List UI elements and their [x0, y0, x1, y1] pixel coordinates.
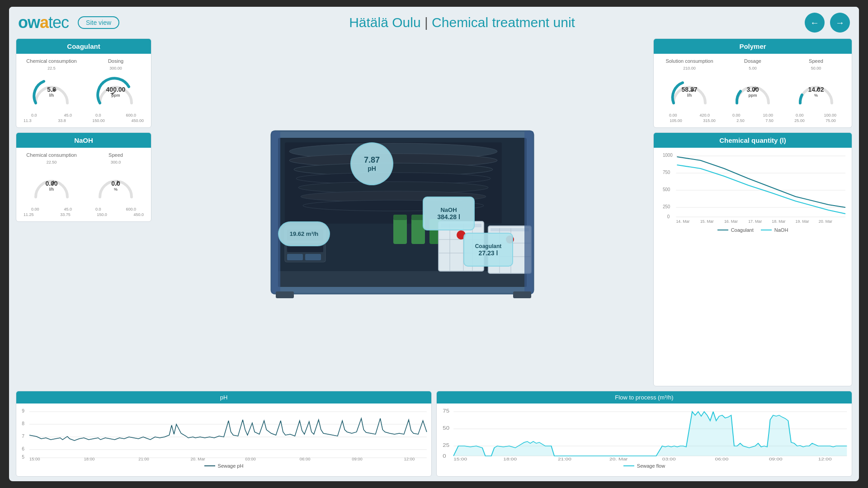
- svg-text:0: 0: [667, 214, 670, 219]
- svg-text:06:00: 06:00: [300, 457, 311, 461]
- svg-text:18. Mar: 18. Mar: [772, 219, 785, 224]
- site-view-button[interactable]: Site view: [78, 16, 119, 29]
- polymer-panel: Polymer Solution consumption 210.00: [653, 38, 852, 128]
- svg-text:16. Mar: 16. Mar: [724, 219, 738, 224]
- polymer-solution-value: 58.87 l/h: [681, 86, 697, 98]
- naoh-bubble: NaOH 384.28 l: [423, 197, 475, 230]
- legend-naoh: NaOH: [761, 227, 788, 233]
- coagulant-panel: Coagulant Chemical consumption 22.5: [16, 38, 151, 128]
- svg-text:17. Mar: 17. Mar: [748, 219, 762, 224]
- naoh-speed-gauge: Speed 300.0 0.0 %: [86, 152, 146, 211]
- svg-rect-39: [305, 254, 321, 260]
- svg-text:0: 0: [443, 454, 446, 459]
- coagulant-consumption-value: 5.6 l/h: [47, 86, 56, 98]
- svg-text:18:00: 18:00: [84, 457, 95, 461]
- coagulant-dosing-gauge: Dosing 300.00 400.00 ppm: [86, 58, 146, 117]
- svg-text:25: 25: [443, 443, 449, 448]
- svg-text:03:00: 03:00: [245, 457, 256, 461]
- nav-buttons: ← →: [805, 13, 850, 33]
- ph-chart-svg: 9 8 7 6 5 15:00 18:00 21:00 20. Mar: [20, 407, 428, 461]
- chemical-quantity-chart-svg: 1000 750 500 250 0 14. Mar 15. Mar: [659, 151, 846, 224]
- svg-text:15:00: 15:00: [29, 457, 40, 461]
- ph-legend: Sewage pH: [20, 461, 428, 470]
- header: owatec Site view Hätälä Oulu | Chemical …: [9, 7, 859, 38]
- machine-illustration: [262, 117, 542, 307]
- svg-text:12:00: 12:00: [404, 457, 415, 461]
- naoh-panel: NaOH Chemical consumption 22.50: [16, 132, 151, 222]
- svg-text:75: 75: [443, 408, 449, 413]
- svg-text:250: 250: [663, 204, 670, 209]
- svg-marker-98: [453, 412, 847, 456]
- logo: owatec Site view: [18, 13, 119, 32]
- svg-text:21:00: 21:00: [558, 456, 571, 461]
- coagulant-panel-title: Coagulant: [16, 39, 151, 54]
- machine-visualization: 7.87 pH 19.62 m³/h NaOH 384.28 l Coagula…: [156, 38, 649, 386]
- svg-text:7: 7: [22, 434, 24, 439]
- svg-text:50: 50: [443, 426, 449, 431]
- svg-text:750: 750: [663, 170, 670, 175]
- ph-chart-title: pH: [16, 391, 431, 404]
- polymer-solution-gauge: Solution consumption 210.00 58.87: [659, 58, 720, 117]
- svg-text:18:00: 18:00: [503, 456, 517, 461]
- naoh-consumption-gauge: Chemical consumption 22.50 0.00 l/h: [22, 152, 81, 211]
- polymer-speed-value: 14.02 %: [808, 86, 824, 98]
- ph-bubble: 7.87 pH: [350, 142, 393, 185]
- svg-rect-42: [276, 291, 294, 298]
- svg-text:5: 5: [22, 455, 24, 460]
- svg-text:6: 6: [22, 446, 24, 451]
- polymer-solution-label: Solution consumption: [665, 58, 713, 64]
- polymer-dosage-value: 3.00 ppm: [746, 86, 759, 98]
- svg-rect-38: [287, 254, 303, 260]
- svg-rect-29: [491, 228, 529, 231]
- polymer-panel-title: Polymer: [654, 39, 852, 54]
- coagulant-bubble: Coagulant 27.23 l: [463, 233, 513, 267]
- svg-text:1000: 1000: [663, 153, 673, 158]
- svg-text:15. Mar: 15. Mar: [700, 219, 714, 224]
- flow-chart-panel: Flow to process (m³/h) 75 50 25 0 15:00 …: [436, 391, 852, 477]
- svg-rect-16: [393, 215, 407, 220]
- page-title: Hätälä Oulu | Chemical treatment unit: [119, 15, 805, 30]
- bottom-charts: pH 9 8 7 6 5 15:00 18:00: [9, 391, 859, 481]
- coagulant-dosing-value: 400.00 ppm: [106, 86, 126, 98]
- naoh-panel-title: NaOH: [16, 133, 151, 148]
- svg-text:09:00: 09:00: [352, 457, 363, 461]
- nav-forward-button[interactable]: →: [830, 13, 850, 33]
- svg-text:9: 9: [22, 408, 24, 413]
- polymer-dosage-gauge: Dosage 5.00 3.00 ppm: [722, 58, 783, 117]
- logo-text: owatec: [18, 13, 69, 32]
- svg-text:15:00: 15:00: [453, 456, 467, 461]
- svg-text:20. Mar: 20. Mar: [609, 456, 628, 461]
- nav-back-button[interactable]: ←: [805, 13, 825, 33]
- svg-text:03:00: 03:00: [662, 456, 676, 461]
- svg-text:14. Mar: 14. Mar: [676, 219, 689, 224]
- chemical-quantity-title: Chemical quantity (l): [654, 133, 852, 148]
- legend-sewage-ph: Sewage pH: [204, 463, 244, 469]
- svg-rect-40: [271, 131, 280, 294]
- svg-text:20. Mar: 20. Mar: [819, 219, 832, 224]
- flow-bubble: 19.62 m³/h: [278, 221, 330, 246]
- right-panels: Polymer Solution consumption 210.00: [653, 38, 852, 386]
- ph-chart-panel: pH 9 8 7 6 5 15:00 18:00: [16, 391, 432, 477]
- svg-text:21:00: 21:00: [138, 457, 149, 461]
- polymer-speed-gauge: Speed 50.00 14.02 %: [786, 58, 846, 117]
- coagulant-dosing-label: Dosing: [108, 58, 123, 64]
- svg-rect-41: [524, 131, 533, 294]
- flow-chart-title: Flow to process (m³/h): [437, 391, 852, 404]
- svg-text:20. Mar: 20. Mar: [191, 457, 205, 461]
- chemical-quantity-panel: Chemical quantity (l) 1000 750 500 250 0: [653, 132, 852, 386]
- coagulant-consumption-gauge: Chemical consumption 22.5 5.6: [22, 58, 81, 117]
- svg-text:8: 8: [22, 421, 24, 426]
- main-content: Coagulant Chemical consumption 22.5: [9, 38, 859, 391]
- svg-text:06:00: 06:00: [715, 456, 729, 461]
- naoh-speed-value: 0.0 %: [111, 180, 120, 192]
- flow-chart-svg: 75 50 25 0 15:00 18:00 21:00 20. Mar 03:…: [440, 407, 848, 461]
- flow-legend: Sewage flow: [440, 461, 848, 470]
- coagulant-consumption-label: Chemical consumption: [26, 58, 76, 64]
- naoh-consumption-value: 0.00 l/h: [45, 180, 57, 192]
- svg-rect-15: [393, 217, 407, 244]
- legend-coagulant: Coagulant: [717, 227, 754, 233]
- chemical-quantity-legend: Coagulant NaOH: [659, 225, 846, 235]
- svg-text:09:00: 09:00: [769, 456, 783, 461]
- svg-text:500: 500: [663, 187, 670, 192]
- polymer-speed-label: Speed: [809, 58, 823, 64]
